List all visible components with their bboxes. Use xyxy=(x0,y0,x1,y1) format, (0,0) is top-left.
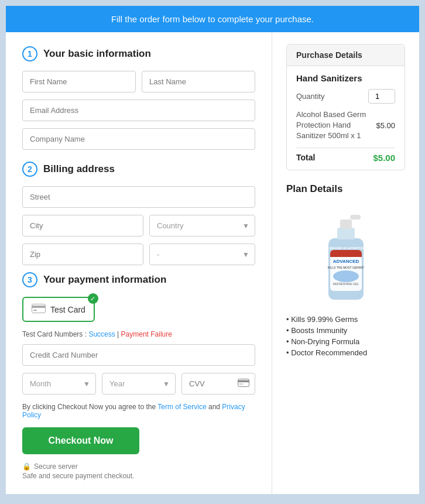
lock-icon: 🔒 xyxy=(22,462,31,471)
cvv-card-icon xyxy=(238,379,249,389)
name-row xyxy=(22,71,255,92)
main-content: 1 Your basic information 2 Billing addre… xyxy=(6,32,419,494)
svg-point-16 xyxy=(333,270,359,282)
year-select[interactable]: Year xyxy=(102,373,176,395)
bullet-list: Kills 99.99% GermsBoosts ImmunityNon-Dry… xyxy=(286,314,405,358)
product-row: Alcohol Based Germ Protection Hand Sanit… xyxy=(296,109,395,142)
svg-rect-1 xyxy=(32,306,46,308)
card-option[interactable]: Test Card ✓ xyxy=(22,297,95,322)
card-check-icon: ✓ xyxy=(88,293,98,304)
company-name-input[interactable] xyxy=(22,128,255,150)
success-link[interactable]: Success xyxy=(88,330,115,338)
secure-info: 🔒 Secure server Safe and secure payment … xyxy=(22,462,255,480)
section-number-2: 2 xyxy=(22,162,37,177)
failure-link[interactable]: Payment Failure xyxy=(121,330,172,338)
bullet-item: Non-Drying Formula xyxy=(286,336,405,347)
month-select[interactable]: Month xyxy=(22,373,96,395)
zip-input[interactable] xyxy=(22,244,143,265)
product-price: $5.00 xyxy=(376,121,395,130)
svg-rect-3 xyxy=(238,379,249,386)
tos-text: By clicking Checkout Now you agree to th… xyxy=(22,403,255,419)
svg-text:KILLS THE MOST GERMS*: KILLS THE MOST GERMS* xyxy=(327,266,364,269)
state-select-wrapper: - ▼ xyxy=(149,244,255,265)
section-number-3: 3 xyxy=(22,272,37,287)
cc-number-input[interactable] xyxy=(22,344,255,366)
billing-title: Billing address xyxy=(43,163,115,175)
product-description: Alcohol Based Germ Protection Hand Sanit… xyxy=(296,109,376,142)
svg-rect-8 xyxy=(340,220,352,229)
test-card-label: Test Card Numbers : xyxy=(22,330,87,338)
month-select-wrapper: Month ▼ xyxy=(22,373,96,395)
city-input[interactable] xyxy=(22,215,143,236)
basic-info-title: Your basic information xyxy=(43,48,151,60)
product-title: Hand Sanitizers xyxy=(296,73,395,83)
year-select-wrapper: Year ▼ xyxy=(102,373,176,395)
last-name-input[interactable] xyxy=(142,71,255,92)
city-country-row: Country ▼ xyxy=(22,215,255,236)
svg-rect-4 xyxy=(238,380,249,382)
total-price: $5.00 xyxy=(373,153,395,163)
first-name-input[interactable] xyxy=(22,71,136,92)
secure-desc: Safe and secure payment checkout. xyxy=(22,472,134,480)
svg-rect-2 xyxy=(33,310,37,311)
payment-section-header: 3 Your payment information xyxy=(22,272,255,287)
svg-rect-5 xyxy=(239,383,244,385)
section-number-1: 1 xyxy=(22,46,37,61)
tos-link[interactable]: Term of Service xyxy=(157,403,206,411)
state-select[interactable]: - xyxy=(149,244,255,265)
purchase-header: Purchase Details xyxy=(287,44,405,66)
purchase-body: Hand Sanitizers Quantity Alcohol Based G… xyxy=(287,66,405,170)
banner-text: Fill the order form below to complete yo… xyxy=(111,14,314,24)
zip-state-row: - ▼ xyxy=(22,244,255,265)
secure-server-line: 🔒 Secure server xyxy=(22,462,255,471)
svg-rect-12 xyxy=(330,253,362,257)
secure-server-label: Secure server xyxy=(34,462,78,471)
checkout-button[interactable]: Checkout Now xyxy=(22,427,139,454)
bullet-item: Doctor Recommended xyxy=(286,347,405,358)
purchase-details-box: Purchase Details Hand Sanitizers Quantit… xyxy=(286,44,405,170)
svg-text:ADVANCED: ADVANCED xyxy=(333,259,359,264)
total-label: Total xyxy=(296,153,315,162)
card-label: Test Card xyxy=(50,305,85,314)
svg-rect-0 xyxy=(32,304,46,313)
page-wrapper: Fill the order form below to complete yo… xyxy=(6,6,419,494)
svg-rect-9 xyxy=(350,215,361,220)
country-select[interactable]: Country xyxy=(149,215,255,236)
left-panel: 1 Your basic information 2 Billing addre… xyxy=(6,32,272,494)
quantity-label: Quantity xyxy=(296,92,324,101)
cvv-wrapper xyxy=(181,373,255,395)
cc-number-row xyxy=(22,344,255,366)
svg-text:#1 BRAND IN HOSPITALS: #1 BRAND IN HOSPITALS xyxy=(324,246,367,250)
payment-title: Your payment information xyxy=(43,274,166,286)
quantity-input[interactable] xyxy=(368,89,395,104)
card-icon xyxy=(32,303,46,316)
street-input[interactable] xyxy=(22,186,255,208)
bullet-item: Boosts Immunity xyxy=(286,325,405,336)
top-banner: Fill the order form below to complete yo… xyxy=(6,6,419,32)
basic-info-section-header: 1 Your basic information xyxy=(22,46,255,61)
right-panel: Purchase Details Hand Sanitizers Quantit… xyxy=(272,32,419,494)
email-input[interactable] xyxy=(22,100,255,121)
test-card-info: Test Card Numbers : Success | Payment Fa… xyxy=(22,330,255,338)
svg-text:REFRESHING GEL: REFRESHING GEL xyxy=(333,282,358,286)
plan-details-title: Plan Details xyxy=(286,183,405,195)
quantity-row: Quantity xyxy=(296,89,395,104)
month-year-cvv-row: Month ▼ Year ▼ xyxy=(22,373,255,395)
country-select-wrapper: Country ▼ xyxy=(149,215,255,236)
bullet-item: Kills 99.99% Germs xyxy=(286,314,405,325)
product-image: #1 BRAND IN HOSPITALS ADVANCED KILLS THE… xyxy=(308,203,384,306)
product-image-area: #1 BRAND IN HOSPITALS ADVANCED KILLS THE… xyxy=(286,203,405,306)
svg-rect-7 xyxy=(337,228,355,239)
billing-section-header: 2 Billing address xyxy=(22,162,255,177)
total-row: Total $5.00 xyxy=(296,153,395,163)
plan-details: Plan Details xyxy=(286,183,405,358)
purchase-divider xyxy=(296,148,395,148)
